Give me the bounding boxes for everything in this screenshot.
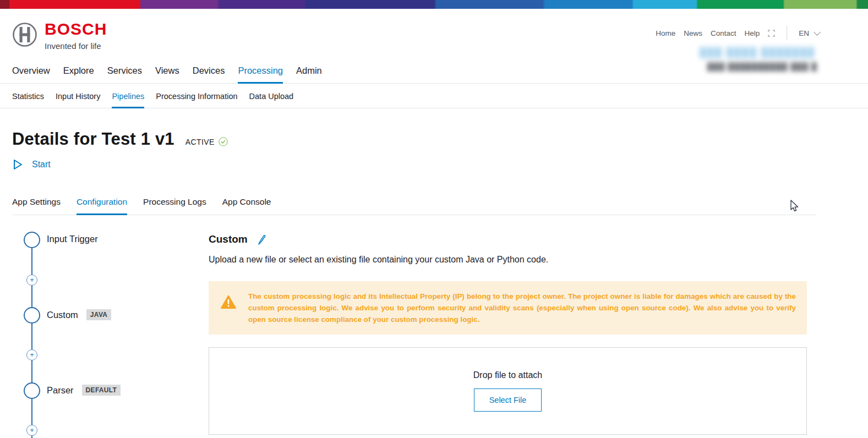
header: BOSCH Invented for life Home News Contac… [0, 9, 868, 61]
language-label: EN [799, 29, 809, 37]
nav-devices[interactable]: Devices [193, 61, 225, 84]
sub-nav: Statistics Input History Pipelines Proce… [0, 84, 868, 108]
nav-overview[interactable]: Overview [12, 61, 50, 84]
detail-tabs: App Settings Configuration Processing Lo… [12, 194, 816, 215]
pipeline-step-label: Input Trigger [47, 234, 98, 244]
language-selector[interactable]: EN [799, 29, 818, 37]
step-name[interactable]: Custom [47, 310, 78, 320]
chevron-down-icon [814, 29, 821, 36]
subnav-processing-information[interactable]: Processing Information [156, 84, 237, 108]
step-name[interactable]: Input Trigger [47, 234, 98, 244]
pipeline-step-label: Custom JAVA [47, 309, 111, 320]
link-news[interactable]: News [684, 29, 702, 37]
panel-description: Upload a new file or select an existing … [209, 255, 807, 265]
pipeline-node-custom[interactable] [24, 307, 40, 324]
link-contact[interactable]: Contact [711, 29, 736, 37]
subnav-statistics[interactable]: Statistics [12, 84, 44, 108]
status-badge: ACTIVE [185, 137, 228, 149]
link-help[interactable]: Help [744, 29, 760, 37]
page-title: Details for Test 1 v1 [12, 129, 174, 149]
pipeline-diagram: Input Trigger Custom JAVA Parser DEFAULT [0, 215, 209, 438]
nav-processing[interactable]: Processing [238, 61, 283, 84]
divider [787, 26, 787, 40]
subnav-pipelines[interactable]: Pipelines [112, 84, 144, 108]
select-file-button[interactable]: Select File [474, 388, 542, 412]
step-badge: JAVA [86, 309, 111, 320]
link-home[interactable]: Home [656, 29, 675, 37]
top-utility-nav: Home News Contact Help EN [656, 26, 818, 40]
panel-heading: Custom [209, 233, 248, 245]
step-name[interactable]: Parser [47, 385, 74, 396]
tab-app-console[interactable]: App Console [222, 194, 271, 215]
play-icon [12, 158, 24, 171]
bosch-logo: BOSCH Invented for life [12, 21, 107, 51]
subnav-input-history[interactable]: Input History [56, 84, 100, 108]
nav-views[interactable]: Views [155, 61, 179, 84]
dropzone-hint: Drop file to attach [473, 370, 542, 380]
warning-triangle-icon [221, 295, 236, 309]
tab-app-settings[interactable]: App Settings [12, 194, 61, 215]
start-button[interactable]: Start [12, 158, 51, 171]
content: Input Trigger Custom JAVA Parser DEFAULT… [0, 215, 868, 438]
pipeline-node-parser[interactable] [24, 382, 40, 399]
file-dropzone[interactable]: Drop file to attach Select File [209, 347, 807, 435]
bosch-supergraphic [0, 0, 868, 9]
status-label: ACTIVE [185, 138, 215, 146]
title-row: Details for Test 1 v1 ACTIVE [12, 129, 856, 149]
pipeline-connector-line [31, 240, 32, 438]
bosch-anchor-icon [12, 22, 37, 47]
add-step-icon[interactable] [26, 425, 37, 436]
tab-configuration[interactable]: Configuration [77, 194, 127, 215]
project-name-redacted: ███ ████ ███████ [700, 47, 815, 58]
step-badge: DEFAULT [82, 385, 121, 396]
brand-name: BOSCH [45, 21, 107, 37]
add-step-icon[interactable] [26, 275, 37, 286]
ip-warning-banner: The custom processing logic and its Inte… [209, 281, 807, 335]
active-check-icon [219, 137, 228, 146]
pipeline-step-label: Parser DEFAULT [47, 385, 121, 396]
nav-admin[interactable]: Admin [296, 61, 322, 84]
start-label: Start [32, 160, 51, 169]
nav-services[interactable]: Services [107, 61, 142, 84]
user-email-redacted: ███ ██████████ ███ █ [707, 62, 817, 71]
tab-processing-logs[interactable]: Processing Logs [143, 194, 206, 215]
subnav-data-upload[interactable]: Data Upload [249, 84, 294, 108]
nav-explore[interactable]: Explore [63, 61, 94, 84]
brand-tagline: Invented for life [45, 41, 107, 51]
warning-text: The custom processing logic and its Inte… [248, 291, 796, 325]
add-step-icon[interactable] [26, 349, 37, 360]
fullscreen-icon[interactable] [768, 30, 775, 37]
step-config-panel: Custom Upload a new file or select an ex… [209, 215, 816, 438]
pipeline-node-input-trigger[interactable] [24, 232, 40, 248]
edit-pencil-icon[interactable] [257, 234, 268, 245]
